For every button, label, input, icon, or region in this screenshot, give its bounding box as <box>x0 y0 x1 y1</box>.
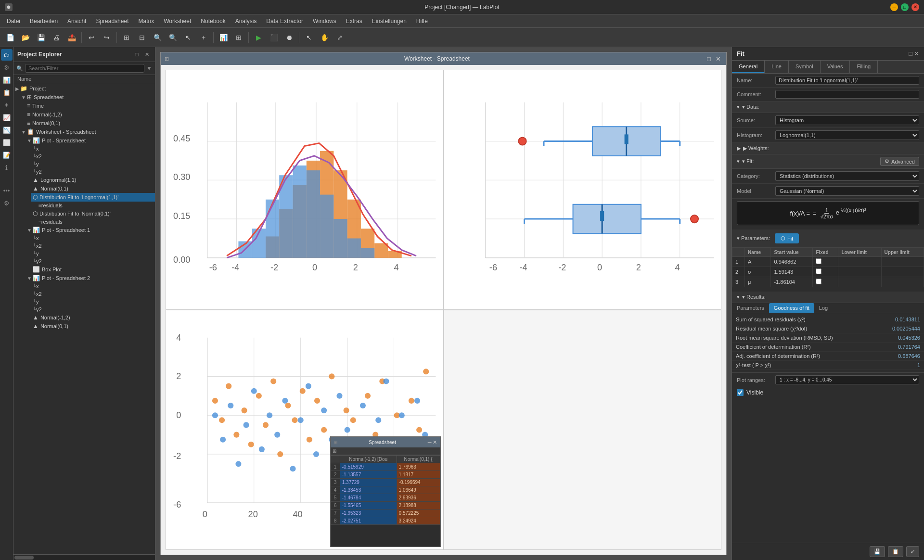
param-start-A[interactable]: 0.946862 <box>771 257 813 267</box>
undo-btn[interactable]: ↩ <box>84 30 99 45</box>
tree-item-normal-01[interactable]: ≡ Normal(0,1) <box>25 119 155 127</box>
category-select[interactable]: Statistics (distributions) <box>775 171 919 181</box>
worksheet-icon-btn[interactable]: 📊 <box>1 74 13 86</box>
export-btn[interactable]: 📤 <box>64 30 79 45</box>
param-fixed-mu[interactable] <box>813 277 838 287</box>
worksheet-expand-btn[interactable]: □ <box>705 55 713 63</box>
param-checkbox-mu[interactable] <box>816 279 821 284</box>
tab-filling[interactable]: Filling <box>850 61 878 73</box>
menu-notebook[interactable]: Notebook <box>197 16 229 26</box>
more-icon-btn[interactable]: ••• <box>1 185 13 196</box>
param-fixed-sigma[interactable] <box>813 267 838 277</box>
menu-worksheet[interactable]: Worksheet <box>160 16 195 26</box>
menu-matrix[interactable]: Matrix <box>134 16 158 26</box>
model-select[interactable]: Gaussian (Normal) <box>775 186 919 196</box>
data-icon-btn[interactable]: 📋 <box>1 87 13 98</box>
info-icon-btn[interactable]: ℹ <box>1 162 13 173</box>
results-tab-goodness[interactable]: Goodness of fit <box>769 303 814 313</box>
tree-item-x2-1[interactable]: └ x2 <box>31 153 155 160</box>
tree-item-plot-spreadsheet1[interactable]: ▼ 📊 Plot - Spreadsheet 1 <box>25 226 155 234</box>
data-section-header[interactable]: ▾ ▾ Data: <box>732 102 924 113</box>
visible-checkbox[interactable] <box>737 389 744 396</box>
fit-button[interactable]: ⬡ Fit <box>775 233 799 243</box>
mini-minimize-btn[interactable]: ─ <box>428 439 432 445</box>
tree-item-y2-1[interactable]: └ y2 <box>31 168 155 176</box>
save-panel-btn[interactable]: 💾 <box>870 546 885 557</box>
mini-table-wrap[interactable]: Normal(-1,2) [Dou Normal(0,1) { 1-0.5159… <box>331 455 440 547</box>
print-btn[interactable]: 🖨 <box>49 30 64 45</box>
scatter-icon-btn[interactable]: ✦ <box>1 99 13 111</box>
menu-datei[interactable]: Datei <box>3 16 24 26</box>
tree-item-normal-12-p2[interactable]: ▲ Normal(-1,2) <box>31 313 155 322</box>
play-btn[interactable]: ▶ <box>251 30 266 45</box>
settings-icon-btn[interactable]: ⚙ <box>1 197 13 209</box>
tree-item-spreadsheet[interactable]: ▼ ⊞ Spreadsheet <box>19 93 155 102</box>
params-header[interactable]: ▾ Parameters: ⬡ Fit <box>732 229 924 248</box>
menu-analysis[interactable]: Analysis <box>231 16 261 26</box>
hist-icon-btn[interactable]: 📈 <box>1 112 13 123</box>
menu-ansicht[interactable]: Ansicht <box>64 16 90 26</box>
results-tab-params[interactable]: Parameters <box>732 303 769 313</box>
properties-icon-btn[interactable]: ⚙ <box>1 62 13 73</box>
open-btn[interactable]: 📂 <box>18 30 33 45</box>
tree-item-y2-p1[interactable]: └ y2 <box>31 257 155 265</box>
tree-item-x-p1[interactable]: └ x <box>31 234 155 242</box>
name-input[interactable] <box>775 76 919 85</box>
copy-panel-btn[interactable]: 📋 <box>888 546 903 557</box>
histogram-chart[interactable]: 0.00 0.15 0.30 0.45 <box>166 70 444 310</box>
histogram-select[interactable]: Lognormal(1,1) <box>775 130 919 140</box>
minimize-button[interactable]: ─ <box>890 3 898 11</box>
tab-values[interactable]: Values <box>821 61 850 73</box>
menu-dataextractor[interactable]: Data Extractor <box>262 16 307 26</box>
add-plot-btn[interactable]: 📊 <box>216 30 231 45</box>
tree-item-x2-p1[interactable]: └ x2 <box>31 242 155 250</box>
panel-expand-btn[interactable]: □ <box>909 50 912 57</box>
stop-btn[interactable]: ⬛ <box>267 30 281 45</box>
param-fixed-A[interactable] <box>813 257 838 267</box>
record-btn[interactable]: ⏺ <box>282 30 296 45</box>
tree-item-x1[interactable]: └ x <box>31 145 155 153</box>
param-start-sigma[interactable]: 1.59143 <box>771 267 813 277</box>
tree-item-boxplot[interactable]: ⬜ Box Plot <box>31 265 155 274</box>
param-start-mu[interactable]: -1.86104 <box>771 277 813 287</box>
menu-spreadsheet[interactable]: Spreadsheet <box>92 16 132 26</box>
mini-th-col2[interactable]: Normal(0,1) { <box>397 456 440 463</box>
notes-icon-btn[interactable]: 📝 <box>1 149 13 161</box>
explorer-icon-btn[interactable]: 🗂 <box>1 49 13 61</box>
weights-section-header[interactable]: ▶ ▶ Weights: <box>732 143 924 154</box>
tree-item-plot-spreadsheet2[interactable]: ▼ 📊 Plot - Spreadsheet 2 <box>25 274 155 282</box>
add-table-btn[interactable]: ⊞ <box>231 30 246 45</box>
line-icon-btn[interactable]: 📉 <box>1 124 13 136</box>
save-btn[interactable]: 💾 <box>34 30 48 45</box>
export-panel-btn[interactable]: ↙ <box>906 546 919 557</box>
tree-item-residuals-2[interactable]: ≡ residuals <box>37 218 155 226</box>
comment-input[interactable] <box>775 90 919 99</box>
advanced-button[interactable]: ⚙ Advanced <box>880 157 919 166</box>
cursor2-btn[interactable]: + <box>196 30 211 45</box>
worksheet-close-btn[interactable]: ✕ <box>715 55 722 63</box>
tree-item-worksheet[interactable]: ▼ 📋 Worksheet - Spreadsheet <box>19 127 155 136</box>
results-section-header[interactable]: ▾ ▾ Results: <box>732 292 924 303</box>
menu-windows[interactable]: Windows <box>309 16 340 26</box>
menu-bearbeiten[interactable]: Bearbeiten <box>26 16 62 26</box>
grid-btn[interactable]: ⊞ <box>119 30 134 45</box>
tree-item-dist-fit-lognormal[interactable]: ⬡ Distribution Fit to 'Lognormal(1,1)' <box>31 193 155 202</box>
tab-symbol[interactable]: Symbol <box>789 61 821 73</box>
maximize-button[interactable]: □ <box>901 3 909 11</box>
panel-close-btn[interactable]: ✕ <box>914 50 919 57</box>
explorer-expand-btn[interactable]: □ <box>132 50 141 59</box>
param-checkbox-A[interactable] <box>816 258 821 264</box>
tree-item-normal-12[interactable]: ≡ Normal(-1,2) <box>25 110 155 119</box>
zoom-fit-btn[interactable]: ⤢ <box>333 30 347 45</box>
menu-extras[interactable]: Extras <box>342 16 366 26</box>
menu-einstellungen[interactable]: Einstellungen <box>368 16 411 26</box>
search-input[interactable] <box>25 64 144 73</box>
tree-item-plot-spreadsheet[interactable]: ▼ 📊 Plot - Spreadsheet <box>25 136 155 145</box>
sidebar-scrollbar[interactable] <box>13 554 155 560</box>
tree-item-project[interactable]: ▶ 📁 Project <box>13 84 155 93</box>
scatter-chart[interactable]: -6 -2 0 2 4 0 20 40 60 80 100 <box>166 310 444 550</box>
redo-btn[interactable]: ↪ <box>100 30 114 45</box>
tree-item-normal-fit[interactable]: ▲ Normal(0,1) <box>31 184 155 193</box>
drag-btn[interactable]: ✋ <box>317 30 332 45</box>
tree-item-y-p2[interactable]: └ y <box>31 298 155 305</box>
